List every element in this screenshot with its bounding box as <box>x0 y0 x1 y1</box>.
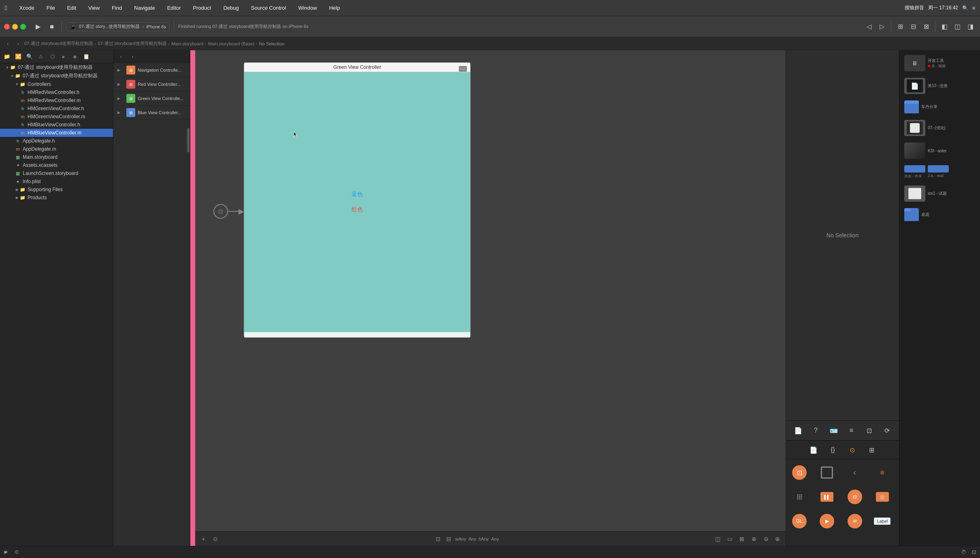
nav-item-root[interactable]: ▼ 📁 07-通过 storyboard使用导航控制器 <box>0 63 113 72</box>
nav-item-launchscreen[interactable]: ▦ LaunchScreen.storyboard <box>0 169 113 177</box>
menu-window[interactable]: Window <box>296 4 319 12</box>
nav-item-hmred-m[interactable]: m HMRedViewController.m <box>0 96 113 104</box>
nav-breakpoints-icon[interactable]: ◈ <box>70 52 79 61</box>
canvas-resolve-btn[interactable]: ⊕ <box>750 535 758 543</box>
nav-item-controllers[interactable]: ▼ 📁 Controllers <box>0 80 113 88</box>
canvas-grid-btn[interactable]: ⊟ <box>445 535 453 543</box>
menu-product[interactable]: Product <box>191 4 214 12</box>
menu-source-control[interactable]: Source Control <box>249 4 289 12</box>
nav-item-products[interactable]: ▶ 📁 Products <box>0 194 113 202</box>
nav-item-hmgreen-m[interactable]: m HMGreenViewController.m <box>0 113 113 121</box>
debug-panel-toggle[interactable]: ◫ <box>952 21 963 32</box>
apple-menu[interactable]:  <box>5 4 7 12</box>
nav-item-assets[interactable]: ✦ Assets.xcassets <box>0 161 113 169</box>
nav-item-appdelegate-m[interactable]: m AppDelegate.m <box>0 145 113 153</box>
search-icon[interactable]: 🔍 <box>962 5 968 11</box>
sb-scroll-thumb[interactable] <box>187 128 190 152</box>
canvas-aspect-btn[interactable]: ⊡ <box>434 535 442 543</box>
rp-item-desktop[interactable]: 桌面 <box>903 207 977 223</box>
obj-navigation-controller[interactable]: ‹ <box>843 461 867 484</box>
disclosure-products[interactable]: ▶ <box>15 195 19 200</box>
vc-body[interactable]: 蓝色 红色 <box>244 72 470 332</box>
menu-edit[interactable]: Edit <box>65 4 79 12</box>
disclosure-root[interactable]: ▼ <box>5 65 10 70</box>
canvas-zoom-in[interactable]: ⊕ <box>773 535 782 543</box>
obj-page-vc[interactable]: ▌▌ <box>815 485 839 509</box>
sb-forward-btn[interactable]: › <box>128 52 137 61</box>
sb-item-red-controller[interactable]: ▶ ⊞ Red View Controller... <box>113 77 190 92</box>
scheme-selector[interactable]: 📱 07-通过 story...使用导航控制器 › iPhone 6s <box>66 22 170 31</box>
canvas-lib-btn[interactable]: ⊙ <box>211 535 219 543</box>
nav-item-hmblue-m[interactable]: m HMBlueViewController.m <box>0 129 113 137</box>
obj-view-controller[interactable]: ⊡ <box>788 461 811 484</box>
inspector-quick-help-btn[interactable]: ? <box>810 424 822 437</box>
menu-view[interactable]: View <box>86 4 102 12</box>
menu-debug[interactable]: Debug <box>221 4 241 12</box>
obj-table-view-controller[interactable]: ≡ <box>871 461 894 484</box>
obj-lib-code-tab[interactable]: {} <box>827 443 839 456</box>
obj-storyboard-ref[interactable] <box>815 461 839 484</box>
menu-xcode[interactable]: Xcode <box>17 4 37 12</box>
canvas-align-btn[interactable]: ▭ <box>726 535 734 543</box>
obj-split-vc[interactable]: ◫ <box>871 485 894 509</box>
nav-item-hmgreen-h[interactable]: h HMGreenViewController.h <box>0 104 113 113</box>
maximize-button[interactable] <box>20 24 26 30</box>
sb-item-green-controller[interactable]: ▶ ⊞ Green View Controlle... <box>113 92 190 106</box>
sb-item-blue-controller[interactable]: ▶ ⊞ Blue View Controller... <box>113 106 190 120</box>
rp-item-ios[interactable]: ios1···试题 <box>903 184 977 203</box>
menu-extra[interactable]: ≡ <box>972 5 975 11</box>
disclosure-controllers[interactable]: ▼ <box>15 82 19 87</box>
nav-search-icon[interactable]: 🔍 <box>25 52 34 61</box>
nav-report-icon[interactable]: 📋 <box>82 52 91 61</box>
nav-folder-icon[interactable]: 📁 <box>2 52 11 61</box>
input-method[interactable]: 搜狼拼音 <box>905 4 924 11</box>
green-view-controller-frame[interactable]: Green View Controller ---- 蓝色 红色 <box>244 62 471 338</box>
close-button[interactable] <box>4 24 10 30</box>
rp-item-pair[interactable]: 未命···件夹 ZJL···etail <box>903 164 977 181</box>
menu-find[interactable]: Find <box>109 4 124 12</box>
canvas-add-btn[interactable]: + <box>199 535 207 543</box>
nav-forward-breadcrumb[interactable]: › <box>14 39 23 48</box>
obj-tab-bar-vc[interactable]: ⊟ <box>843 485 867 509</box>
rp-item-chandan[interactable]: 车丹分享 <box>903 99 977 115</box>
disclosure-supporting[interactable]: ▶ <box>15 187 19 192</box>
disclosure-group1[interactable]: ▼ <box>10 74 15 79</box>
obj-collection-vc[interactable]: ⊞ <box>788 485 811 509</box>
menu-navigate[interactable]: Navigate <box>132 4 157 12</box>
obj-avkvc[interactable]: ▶ <box>815 509 839 533</box>
canvas-pin-btn[interactable]: ⊠ <box>738 535 746 543</box>
stop-button[interactable]: ■ <box>46 21 58 32</box>
obj-glkvc[interactable]: GL <box>788 509 811 533</box>
nav-issues-icon[interactable]: ⚠ <box>36 52 45 61</box>
canvas-constraint-btn[interactable]: ◫ <box>714 535 722 543</box>
menu-editor[interactable]: Editor <box>165 4 183 12</box>
obj-lib-file-tab[interactable]: 📄 <box>807 443 820 456</box>
inspector-size-btn[interactable]: ⊡ <box>863 424 876 437</box>
storyboard-canvas[interactable]: ⊡ ▶ Green View Controller ---- 蓝色 红色 <box>195 50 786 546</box>
nav-item-appdelegate-h[interactable]: h AppDelegate.h <box>0 137 113 145</box>
nav-test-icon[interactable]: ⬡ <box>48 52 57 61</box>
nav-item-group1[interactable]: ▼ 📁 07-通过 storyboard使用导航控制器 <box>0 72 113 80</box>
nav-debug-icon[interactable]: ▸ <box>59 52 68 61</box>
nav-back-breadcrumb[interactable]: ‹ <box>3 39 12 48</box>
canvas-editor[interactable]: ⊡ ▶ Green View Controller ---- 蓝色 红色 <box>195 50 786 546</box>
nav-item-supporting-files[interactable]: ▶ 📁 Supporting Files <box>0 185 113 194</box>
editor-standard-button[interactable]: ⊞ <box>895 21 906 32</box>
editor-assistant-button[interactable]: ⊟ <box>908 21 919 32</box>
rp-item-07[interactable]: 07-·(优化) <box>903 118 977 138</box>
inspector-conn-btn[interactable]: ⟳ <box>881 424 894 437</box>
menu-help[interactable]: Help <box>327 4 343 12</box>
nav-panel-toggle[interactable]: ◧ <box>939 21 950 32</box>
menu-file[interactable]: File <box>44 4 58 12</box>
inspector-identity-btn[interactable]: 🪪 <box>827 424 840 437</box>
sb-item-nav-controller[interactable]: ▶ ⊞ Navigation Controlle... <box>113 63 190 77</box>
obj-lib-obj-tab[interactable]: ⊙ <box>846 443 859 456</box>
nav-item-hmblue-h[interactable]: h HMBlueViewController.h <box>0 121 113 129</box>
nav-item-infoplist[interactable]: ● Info.plist <box>0 177 113 185</box>
run-button[interactable]: ▶ <box>32 21 44 32</box>
nav-vcs-icon[interactable]: 🔀 <box>14 52 23 61</box>
inspector-toggle[interactable]: ◨ <box>965 21 976 32</box>
minimize-button[interactable] <box>12 24 18 30</box>
inspector-attrs-btn[interactable]: ≡ <box>845 424 858 437</box>
rp-item-ksi[interactable]: KSI···aster <box>903 141 977 160</box>
